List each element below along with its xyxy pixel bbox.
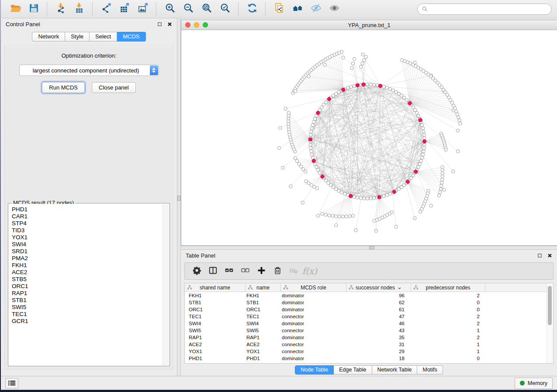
table-row[interactable]: STB1STB1dominator620 — [185, 299, 553, 306]
function-builder-button[interactable]: f(x) — [303, 265, 316, 278]
table-scrollbar[interactable] — [547, 283, 553, 363]
tab-network-table[interactable]: Network Table — [372, 365, 418, 375]
table-row[interactable]: SWI5SWI5connector431 — [185, 327, 553, 334]
select-all-button[interactable] — [222, 265, 235, 278]
table-row[interactable]: RAP1RAP1dominator352 — [185, 334, 553, 341]
toolbar-icon-groups — [6, 3, 343, 16]
list-item[interactable]: GCR1 — [12, 318, 163, 325]
column-header-successor-nodes[interactable]: successor nodes — [346, 283, 411, 292]
table-cell: connector — [281, 349, 346, 354]
import-network-button[interactable] — [53, 3, 68, 16]
list-item[interactable]: SRD1 — [12, 248, 163, 255]
list-item[interactable]: STP4 — [12, 220, 163, 227]
save-session-button[interactable] — [26, 3, 41, 16]
column-header-predecessor-nodes[interactable]: predecessor nodes — [411, 283, 485, 292]
sort-chevron-down-icon — [398, 285, 401, 289]
table-row[interactable]: TEC1TEC1connector472 — [185, 313, 553, 320]
export-network-button[interactable] — [99, 3, 114, 16]
tab-mcds[interactable]: MCDS — [117, 32, 145, 41]
table-row[interactable]: ORC1ORC1dominator610 — [185, 306, 553, 313]
tab-network[interactable]: Network — [32, 32, 65, 41]
first-neighbors-button[interactable] — [290, 3, 305, 16]
delete-table-button[interactable] — [287, 265, 300, 278]
export-table-button[interactable] — [117, 3, 132, 16]
main-toolbar — [1, 0, 557, 18]
table-cell: 2 — [411, 321, 485, 326]
list-item[interactable]: SWI5 — [12, 304, 163, 311]
list-item[interactable]: YOX1 — [12, 234, 163, 241]
columns-button[interactable] — [206, 265, 219, 278]
tab-style[interactable]: Style — [65, 32, 90, 41]
vertical-splitter-handle[interactable] — [177, 196, 180, 201]
hide-selected-icon — [311, 3, 322, 15]
tab-edge-table[interactable]: Edge Table — [334, 365, 372, 375]
search-box[interactable] — [417, 3, 552, 15]
column-header-mcds-role[interactable]: MCDS role — [281, 283, 346, 292]
duplicate-network-button[interactable] — [272, 3, 287, 16]
list-item[interactable]: SWI4 — [12, 241, 163, 248]
column-header-shared-name[interactable]: shared name — [185, 283, 246, 292]
import-table-button[interactable] — [72, 3, 86, 16]
task-history-button[interactable] — [5, 378, 18, 389]
control-panel-title: Control Panel — [6, 21, 40, 28]
table-cell: RAP1 — [185, 335, 246, 340]
float-table-panel-icon[interactable] — [537, 253, 542, 258]
table-row[interactable]: PHD1PHD1dominator180 — [185, 355, 553, 362]
column-header-name[interactable]: name — [246, 283, 281, 292]
close-panel-button[interactable]: Close panel — [92, 82, 136, 93]
list-item[interactable]: PMA2 — [12, 255, 163, 262]
list-item[interactable]: ACE2 — [12, 269, 163, 276]
minimize-window-button[interactable] — [194, 22, 199, 28]
list-item[interactable]: FKH1 — [12, 262, 163, 269]
table-cell: dominator — [281, 335, 346, 340]
list-item[interactable]: RAP1 — [12, 290, 163, 297]
show-all-button[interactable] — [327, 3, 342, 16]
refresh-layout-button[interactable] — [245, 3, 259, 16]
list-item[interactable]: CAR1 — [12, 213, 163, 220]
list-item[interactable]: PHD1 — [12, 206, 163, 213]
mcds-result-scrollbar[interactable] — [163, 204, 169, 365]
delete-row-button[interactable] — [271, 265, 284, 278]
maximize-window-button[interactable] — [203, 22, 208, 28]
network-graph[interactable] — [181, 30, 557, 245]
zoom-selected-button[interactable] — [218, 3, 232, 16]
table-scrollbar-thumb[interactable] — [548, 286, 552, 325]
tab-node-table[interactable]: Node Table — [295, 365, 334, 375]
hide-selected-button[interactable] — [308, 3, 323, 16]
vertical-splitter[interactable] — [177, 18, 181, 376]
network-canvas[interactable] — [181, 30, 557, 245]
search-input[interactable] — [431, 5, 547, 13]
deselect-all-button[interactable] — [239, 265, 252, 278]
settings-button[interactable] — [190, 265, 203, 278]
horizontal-splitter[interactable] — [181, 246, 557, 250]
close-panel-icon[interactable] — [167, 22, 172, 27]
run-mcds-button[interactable]: Run MCDS — [42, 82, 85, 93]
memory-button[interactable]: Memory — [515, 378, 553, 389]
zoom-in-icon — [165, 3, 176, 15]
table-row[interactable]: ACE2ACE2connector311 — [185, 341, 553, 348]
zoom-in-button[interactable] — [163, 3, 177, 16]
list-item[interactable]: TID3 — [12, 227, 163, 234]
zoom-out-button[interactable] — [181, 3, 196, 16]
horizontal-splitter-handle[interactable] — [369, 246, 374, 249]
list-item[interactable]: TEC1 — [12, 311, 163, 318]
zoom-fit-button[interactable] — [199, 3, 214, 16]
table-row[interactable]: FKH1FKH1dominator962 — [185, 292, 553, 299]
list-item[interactable]: STB1 — [12, 297, 163, 304]
float-panel-icon[interactable] — [157, 22, 162, 27]
criterion-dropdown[interactable]: largest connected component (undirected) — [19, 65, 159, 76]
import-network-icon — [55, 3, 66, 15]
table-cell: 31 — [346, 342, 411, 347]
open-file-button[interactable] — [8, 3, 23, 16]
tab-select[interactable]: Select — [90, 32, 117, 41]
list-item[interactable]: ORC1 — [12, 283, 163, 290]
close-window-button[interactable] — [185, 22, 190, 28]
add-row-button[interactable] — [255, 265, 268, 278]
table-row[interactable]: YOX1YOX1connector291 — [185, 348, 553, 355]
table-cell: dominator — [281, 321, 346, 326]
list-item[interactable]: STB5 — [12, 276, 163, 283]
close-table-panel-icon[interactable] — [547, 253, 552, 258]
tab-motifs[interactable]: Motifs — [417, 365, 443, 375]
export-image-button[interactable] — [135, 3, 150, 16]
table-row[interactable]: SWI4SWI4dominator462 — [185, 320, 553, 327]
